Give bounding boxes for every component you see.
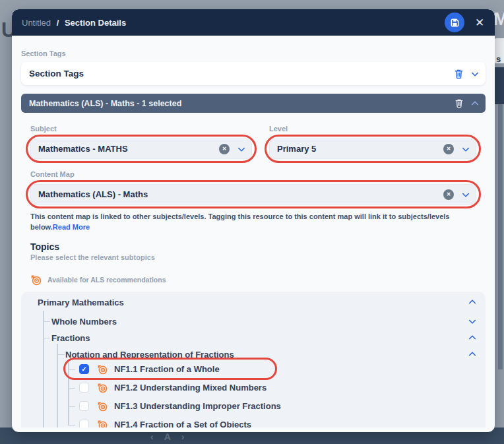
topics-title: Topics — [30, 241, 476, 252]
section-tags-label: Section Tags — [21, 49, 486, 57]
checkbox-nf1-4[interactable] — [79, 420, 89, 428]
subject-select[interactable]: Mathematics - MATHS ✕ — [30, 139, 252, 159]
subject-value: Mathematics - MATHS — [38, 144, 128, 154]
read-more-link[interactable]: Read More — [53, 223, 90, 231]
tree-node-nf1-1: NF1.1 Fraction of a Whole — [21, 360, 486, 379]
tree-node-nf1-4: NF1.4 Fraction of a Set of Objects — [21, 416, 486, 428]
tree-node-whole-numbers[interactable]: Whole Numbers — [21, 313, 486, 330]
checkbox-nf1-3[interactable] — [79, 401, 89, 411]
chevron-icon[interactable] — [468, 300, 476, 307]
content-map-value: Mathematics (ALS) - Maths — [38, 189, 148, 199]
chevron-up-icon[interactable] — [471, 100, 478, 108]
background-partial-letter: M — [493, 9, 504, 32]
tree-node-label: NF1.1 Fraction of a Whole — [114, 364, 220, 374]
als-legend-text: Available for ALS recommendations — [47, 276, 166, 284]
content-map-info: This content map is linked to other subj… — [30, 212, 476, 233]
als-recommendation-icon — [30, 274, 42, 286]
breadcrumb-untitled: Untitled — [22, 18, 51, 28]
save-floppy-icon — [450, 18, 460, 28]
tag-group-title: Mathematics (ALS) - Maths - 1 selected — [29, 99, 181, 108]
tree-node-label: Whole Numbers — [51, 317, 117, 327]
tree-node-nf1-3: NF1.3 Understanding Improper Fractions — [21, 397, 486, 416]
background-partial-letter: s — [496, 54, 501, 64]
subject-label: Subject — [30, 125, 252, 133]
topics-subtitle: Please select the relevant subtopics — [30, 253, 476, 261]
trash-icon[interactable] — [454, 69, 464, 79]
als-legend: Available for ALS recommendations — [30, 274, 476, 286]
als-recommendation-icon — [97, 383, 108, 393]
background-fragment — [498, 104, 503, 369]
background-bottom-nav: ‹ A › — [150, 431, 184, 442]
chevron-down-icon[interactable] — [237, 144, 245, 151]
trash-icon[interactable] — [455, 98, 464, 108]
topics-tree: Primary Mathematics Whole Numbers Fracti… — [21, 292, 486, 428]
tag-group-header[interactable]: Mathematics (ALS) - Maths - 1 selected — [21, 94, 486, 113]
chevron-icon[interactable] — [468, 352, 476, 359]
checkbox-nf1-1[interactable] — [79, 364, 89, 374]
breadcrumb-separator: / — [57, 18, 59, 28]
clear-icon[interactable]: ✕ — [443, 189, 454, 200]
tree-node-label: Fractions — [51, 333, 90, 343]
als-recommendation-icon — [97, 420, 108, 428]
close-icon[interactable]: ✕ — [472, 15, 487, 30]
chevron-down-icon[interactable] — [471, 69, 478, 76]
page-title: Section Details — [65, 18, 126, 28]
tree-node-label: NF1.4 Fraction of a Set of Objects — [114, 420, 251, 428]
chevron-icon[interactable] — [468, 335, 476, 342]
clear-icon[interactable]: ✕ — [219, 144, 230, 154]
section-tags-value: Section Tags — [29, 69, 84, 79]
tree-node-label: NF1.2 Understanding Mixed Numbers — [114, 383, 267, 393]
tree-node-label: NF1.3 Understanding Improper Fractions — [114, 401, 281, 411]
section-tags-select[interactable]: Section Tags — [21, 62, 486, 85]
tree-node-label: Notation and Representation of Fractions — [65, 350, 234, 360]
chevron-right-icon: › — [181, 431, 185, 442]
breadcrumb: Untitled / Section Details — [22, 18, 126, 28]
tree-node-nf1-2: NF1.2 Understanding Mixed Numbers — [21, 379, 486, 397]
content-map-select[interactable]: Mathematics (ALS) - Maths ✕ — [30, 184, 476, 205]
modal-header: Untitled / Section Details ✕ — [12, 9, 495, 36]
tree-node-label: Primary Mathematics — [38, 298, 124, 307]
checkbox-nf1-2[interactable] — [79, 383, 89, 393]
save-button[interactable] — [445, 13, 464, 32]
section-details-modal: Untitled / Section Details ✕ Section Tag… — [12, 9, 495, 432]
chevron-down-icon[interactable] — [462, 189, 469, 197]
chevron-left-icon: ‹ — [150, 431, 154, 442]
als-recommendation-icon — [97, 401, 108, 412]
background-fragment — [494, 67, 504, 104]
level-label: Level — [269, 125, 476, 133]
tree-node-fractions[interactable]: Fractions — [21, 330, 486, 346]
chevron-icon[interactable] — [468, 317, 476, 324]
clear-icon[interactable]: ✕ — [443, 144, 454, 154]
level-select[interactable]: Primary 5 ✕ — [269, 139, 476, 159]
bottom-nav-label: A — [164, 431, 171, 442]
chevron-down-icon[interactable] — [462, 144, 469, 151]
als-recommendation-icon — [97, 364, 108, 375]
tree-node-primary-mathematics[interactable]: Primary Mathematics — [21, 294, 486, 311]
content-map-label: Content Map — [30, 170, 476, 178]
info-text: This content map is linked to other subj… — [30, 212, 449, 231]
level-value: Primary 5 — [277, 144, 316, 154]
